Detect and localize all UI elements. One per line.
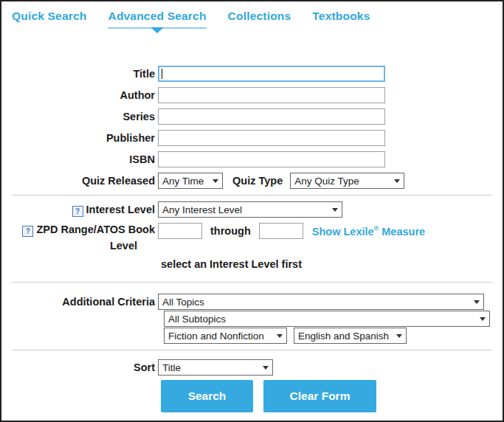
author-input[interactable]: [158, 87, 385, 103]
interest-level-value: Any Interest Level: [162, 204, 242, 215]
topics-row: Additional Criteria All Topics: [1, 294, 503, 310]
title-input[interactable]: [158, 66, 385, 82]
quiz-type-label: Quiz Type: [232, 174, 283, 188]
quiz-row: Quiz Released Any Time Quiz Type Any Qui…: [1, 173, 503, 189]
section-divider: [12, 350, 492, 350]
active-tab-pointer-icon: [151, 27, 164, 33]
interest-level-row: ?Interest Level Any Interest Level: [1, 201, 503, 218]
dropdown-arrow-icon: [480, 317, 486, 321]
fiction-value: Fiction and Nonfiction: [168, 331, 264, 342]
series-input[interactable]: [158, 108, 385, 125]
language-select[interactable]: English and Spanish: [294, 328, 407, 344]
quiz-released-value: Any Time: [162, 176, 204, 187]
quiz-type-select[interactable]: Any Quiz Type: [290, 173, 404, 189]
subtopics-value: All Subtopics: [168, 314, 226, 325]
zpd-to-input[interactable]: [259, 223, 303, 239]
help-icon[interactable]: ?: [72, 206, 83, 217]
dropdown-arrow-icon: [474, 300, 480, 304]
quiz-released-select[interactable]: Any Time: [158, 173, 223, 189]
quiz-released-label: Quiz Released: [1, 174, 158, 188]
zpd-from-input[interactable]: [158, 223, 202, 239]
through-label: through: [210, 225, 251, 237]
subtopics-row: All Subtopics: [1, 311, 503, 327]
additional-criteria-label: Additional Criteria: [1, 295, 158, 309]
tab-textbooks[interactable]: Textbooks: [312, 10, 370, 27]
search-button[interactable]: Search: [161, 380, 253, 412]
fiction-select[interactable]: Fiction and Nonfiction: [164, 328, 287, 344]
dropdown-arrow-icon: [263, 366, 269, 370]
help-icon[interactable]: ?: [22, 226, 33, 237]
interest-level-label: Interest Level: [86, 204, 156, 215]
fiction-language-row: Fiction and Nonfiction English and Spani…: [1, 328, 503, 344]
zpd-row: ?ZPD Range/ATOS Book Level through Show …: [1, 223, 503, 253]
publisher-label: Publisher: [1, 131, 158, 145]
language-value: English and Spanish: [298, 331, 389, 342]
show-lexile-link[interactable]: Show Lexile® Measure: [312, 225, 425, 238]
title-label: Title: [1, 67, 158, 81]
dropdown-arrow-icon: [396, 334, 402, 338]
topics-select[interactable]: All Topics: [158, 294, 484, 310]
quiz-type-value: Any Quiz Type: [294, 176, 359, 187]
interest-level-hint: select an Interest Level first: [161, 258, 503, 270]
clear-form-button[interactable]: Clear Form: [263, 380, 376, 412]
sort-label: Sort: [1, 361, 158, 375]
isbn-label: ISBN: [1, 153, 158, 167]
sort-row: Sort Title: [1, 359, 503, 376]
topics-value: All Topics: [162, 297, 204, 308]
dropdown-arrow-icon: [332, 208, 338, 212]
sort-value: Title: [162, 362, 181, 373]
publisher-row: Publisher: [1, 130, 503, 146]
zpd-label-line2: Level: [1, 239, 155, 253]
subtopics-select[interactable]: All Subtopics: [164, 311, 490, 327]
tab-collections[interactable]: Collections: [228, 10, 291, 27]
advanced-search-form: Title Author Series Publisher ISBN Quiz …: [1, 66, 503, 412]
tab-bar: Quick Search Advanced Search Collections…: [1, 1, 503, 29]
zpd-label-line1: ZPD Range/ATOS Book: [36, 224, 155, 235]
isbn-input[interactable]: [158, 151, 385, 167]
author-row: Author: [1, 87, 503, 103]
dropdown-arrow-icon: [394, 179, 400, 183]
form-actions: Search Clear Form: [161, 380, 503, 412]
isbn-row: ISBN: [1, 151, 503, 167]
author-label: Author: [1, 89, 158, 103]
publisher-input[interactable]: [158, 130, 385, 146]
dropdown-arrow-icon: [277, 334, 283, 338]
section-divider: [12, 195, 492, 196]
text-caret: [162, 69, 162, 79]
dropdown-arrow-icon: [213, 179, 218, 183]
section-divider: [12, 282, 492, 283]
title-row: Title: [1, 66, 503, 82]
series-row: Series: [1, 108, 503, 125]
series-label: Series: [1, 110, 158, 124]
tab-advanced-search[interactable]: Advanced Search: [108, 10, 206, 29]
tab-advanced-search-label: Advanced Search: [108, 10, 206, 22]
tab-quick-search[interactable]: Quick Search: [12, 10, 86, 27]
sort-select[interactable]: Title: [158, 359, 273, 376]
interest-level-select[interactable]: Any Interest Level: [158, 201, 342, 218]
